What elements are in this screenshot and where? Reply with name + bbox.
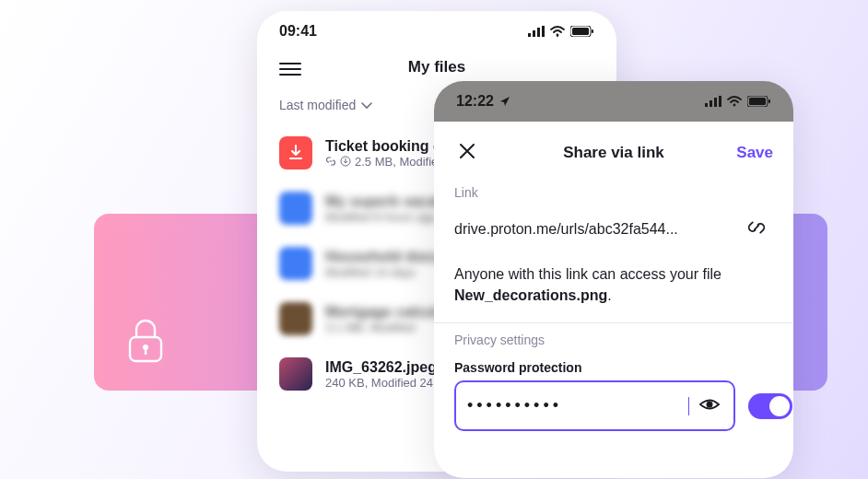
status-time: 09:41 — [279, 23, 317, 40]
nav-bar: My files — [257, 52, 616, 79]
wifi-icon — [727, 96, 742, 107]
password-toggle[interactable] — [748, 393, 792, 419]
svg-rect-12 — [705, 103, 708, 107]
battery-icon — [747, 96, 771, 107]
image-thumbnail — [279, 357, 312, 391]
status-time: 12:22 — [456, 93, 494, 110]
svg-rect-19 — [768, 99, 770, 103]
svg-rect-18 — [749, 98, 766, 105]
menu-button[interactable] — [279, 59, 301, 76]
cellular-icon — [528, 26, 545, 37]
close-button[interactable] — [454, 138, 480, 167]
close-icon — [458, 142, 476, 160]
copy-link-button[interactable] — [740, 211, 773, 247]
status-indicators — [705, 96, 771, 107]
text-caret — [688, 397, 689, 415]
svg-rect-15 — [719, 96, 721, 107]
svg-point-20 — [707, 402, 713, 408]
password-input[interactable] — [467, 396, 681, 415]
share-description: Anyone with this link can access your fi… — [434, 251, 793, 322]
pdf-icon — [279, 136, 312, 169]
password-row — [434, 380, 793, 437]
svg-point-1 — [143, 345, 148, 350]
svg-rect-6 — [542, 26, 545, 37]
svg-rect-14 — [714, 98, 717, 107]
chevron-down-icon — [361, 98, 372, 112]
password-input-wrap[interactable] — [454, 380, 735, 431]
shared-filename: New_decorations.png — [454, 287, 607, 303]
share-link-row: drive.proton.me/urls/abc32fa544... — [434, 204, 793, 251]
page-title: My files — [408, 58, 465, 76]
status-bar: 12:22 — [434, 81, 793, 122]
lock-icon — [125, 317, 166, 365]
location-icon — [499, 96, 510, 107]
sort-label: Last modified — [279, 98, 356, 112]
dialog-toolbar: Share via link Save — [434, 122, 793, 176]
eye-icon — [698, 393, 721, 415]
svg-rect-4 — [533, 30, 535, 37]
status-indicators — [528, 26, 594, 37]
password-field-label: Password protection — [434, 351, 793, 380]
svg-rect-3 — [528, 33, 531, 37]
download-icon — [340, 156, 351, 167]
svg-point-16 — [733, 104, 736, 107]
svg-rect-13 — [710, 100, 712, 107]
battery-icon — [570, 26, 594, 37]
svg-rect-9 — [572, 28, 589, 35]
svg-rect-5 — [537, 28, 540, 37]
wifi-icon — [550, 26, 565, 37]
svg-point-7 — [557, 34, 559, 37]
share-link-text: drive.proton.me/urls/abc32fa544... — [454, 221, 740, 238]
folder-icon — [279, 192, 312, 225]
dialog-title: Share via link — [563, 144, 664, 162]
reveal-password-button[interactable] — [697, 391, 722, 420]
link-icon — [745, 216, 768, 239]
svg-rect-10 — [592, 29, 593, 33]
status-bar: 09:41 — [257, 11, 616, 52]
link-icon — [325, 156, 336, 167]
save-button[interactable]: Save — [736, 144, 773, 162]
folder-icon — [279, 247, 312, 280]
phone-share-dialog: 12:22 Share via link Save Link drive.pro… — [434, 81, 793, 478]
cellular-icon — [705, 96, 721, 107]
link-section-label: Link — [434, 176, 793, 204]
document-icon — [279, 302, 312, 335]
privacy-section-label: Privacy settings — [434, 323, 793, 351]
